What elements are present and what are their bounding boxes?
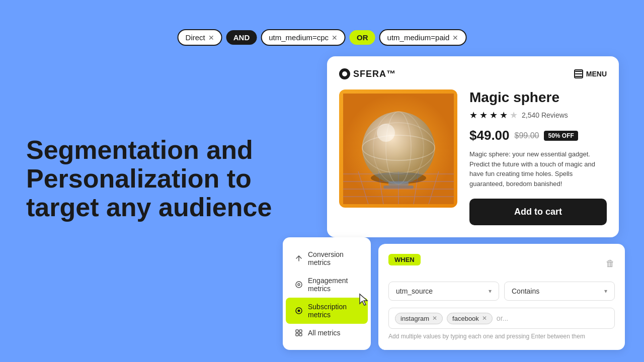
metrics-all-label: All metrics — [308, 329, 341, 337]
star-5-empty: ★ — [510, 110, 518, 121]
product-description: Magic sphere: your new essential gadget.… — [469, 149, 607, 189]
value-tag-facebook[interactable]: facebook ✕ — [447, 313, 493, 324]
card-body: Magic sphere ★ ★ ★ ★ ★ 2,540 Reviews $49… — [339, 89, 607, 225]
menu-label: MENU — [586, 70, 607, 78]
product-info: Magic sphere ★ ★ ★ ★ ★ 2,540 Reviews $49… — [469, 89, 607, 225]
svg-rect-0 — [575, 71, 582, 72]
menu-icon — [574, 69, 583, 78]
filter-tag-direct[interactable]: Direct ✕ — [178, 29, 222, 46]
subscription-icon — [295, 307, 303, 315]
metrics-item-conversion[interactable]: Conversion metrics — [286, 245, 368, 272]
product-rating: ★ ★ ★ ★ ★ 2,540 Reviews — [469, 110, 607, 121]
svg-point-25 — [298, 310, 300, 312]
metrics-panel: Conversion metrics Engagement metrics Su… — [283, 237, 371, 350]
reviews-count: 2,540 Reviews — [522, 111, 568, 119]
discount-badge: 50% OFF — [544, 131, 578, 141]
svg-rect-1 — [575, 73, 582, 74]
star-1: ★ — [469, 110, 477, 121]
condition-header: WHEN 🗑 — [388, 254, 615, 274]
svg-rect-27 — [299, 330, 302, 332]
star-2: ★ — [479, 110, 488, 121]
field-select-chevron: ▾ — [489, 288, 492, 295]
filter-tag-utm-cpc[interactable]: utm_medium=cpc ✕ — [261, 29, 346, 46]
product-title: Magic sphere — [469, 89, 607, 106]
when-badge: WHEN — [388, 254, 421, 265]
svg-rect-26 — [296, 330, 298, 332]
card-header: SFERA™ MENU — [339, 68, 607, 79]
svg-rect-29 — [299, 333, 302, 336]
logo-icon — [339, 68, 350, 79]
delete-condition-button[interactable]: 🗑 — [606, 258, 615, 269]
logo-text: SFERA™ — [353, 69, 396, 79]
or-placeholder: or... — [497, 314, 508, 322]
values-input[interactable]: instagram ✕ facebook ✕ or... — [388, 308, 615, 329]
engagement-icon — [295, 281, 303, 289]
operator-and[interactable]: AND — [226, 30, 257, 45]
svg-rect-2 — [575, 76, 582, 77]
price-original: $99.00 — [515, 131, 539, 140]
hero-title: Segmentation and Personalization to targ… — [26, 136, 273, 222]
all-metrics-icon — [295, 329, 303, 337]
metrics-conversion-label: Conversion metrics — [308, 250, 359, 266]
operator-select-chevron: ▾ — [604, 288, 607, 295]
field-select-label: utm_source — [396, 287, 433, 295]
svg-rect-20 — [388, 182, 409, 186]
filter-tag-utm-cpc-label: utm_medium=cpc — [269, 33, 329, 42]
metrics-item-subscription[interactable]: Subscription metrics — [286, 298, 368, 324]
value-tag-facebook-label: facebook — [452, 315, 479, 322]
price-row: $49.00 $99.00 50% OFF — [469, 128, 607, 143]
svg-rect-28 — [296, 333, 298, 336]
price-current: $49.00 — [469, 128, 510, 143]
svg-point-23 — [298, 284, 300, 286]
product-image — [339, 89, 457, 208]
metrics-subscription-label: Subscription metrics — [308, 303, 359, 319]
filter-tag-utm-paid-label: utm_medium=paid — [387, 33, 450, 42]
filter-tag-direct-close[interactable]: ✕ — [208, 34, 214, 42]
svg-rect-21 — [383, 186, 414, 189]
brand-logo: SFERA™ — [339, 68, 396, 79]
value-tag-instagram-remove[interactable]: ✕ — [432, 315, 437, 322]
condition-panel: WHEN 🗑 utm_source ▾ Contains ▾ instagram… — [378, 244, 625, 350]
value-tag-instagram[interactable]: instagram ✕ — [395, 313, 443, 324]
value-tag-facebook-remove[interactable]: ✕ — [482, 315, 487, 322]
metrics-item-engagement[interactable]: Engagement metrics — [286, 272, 368, 298]
svg-point-22 — [296, 282, 302, 288]
operator-select-label: Contains — [512, 287, 539, 295]
filter-tag-utm-cpc-close[interactable]: ✕ — [332, 34, 338, 42]
operator-or[interactable]: OR — [350, 30, 375, 45]
metrics-item-all[interactable]: All metrics — [286, 324, 368, 342]
filter-tag-utm-paid[interactable]: utm_medium=paid ✕ — [379, 29, 467, 46]
menu-button[interactable]: MENU — [574, 69, 607, 78]
filter-tag-direct-label: Direct — [186, 33, 205, 42]
filter-bar: Direct ✕ AND utm_medium=cpc ✕ OR utm_med… — [178, 29, 467, 46]
svg-point-19 — [377, 124, 395, 142]
star-3: ★ — [490, 110, 498, 121]
condition-selects: utm_source ▾ Contains ▾ — [388, 282, 615, 301]
operator-select[interactable]: Contains ▾ — [504, 282, 615, 301]
field-select[interactable]: utm_source ▾ — [388, 282, 499, 301]
metrics-engagement-label: Engagement metrics — [308, 277, 359, 293]
product-card: SFERA™ MENU — [327, 56, 619, 237]
filter-tag-utm-paid-close[interactable]: ✕ — [452, 34, 458, 42]
hint-text: Add multiple values by typing each one a… — [388, 333, 615, 340]
conversion-icon — [295, 254, 303, 262]
hero-section: Segmentation and Personalization to targ… — [26, 136, 273, 222]
value-tag-instagram-label: instagram — [400, 315, 429, 322]
add-to-cart-button[interactable]: Add to cart — [469, 199, 607, 225]
star-4: ★ — [500, 110, 508, 121]
